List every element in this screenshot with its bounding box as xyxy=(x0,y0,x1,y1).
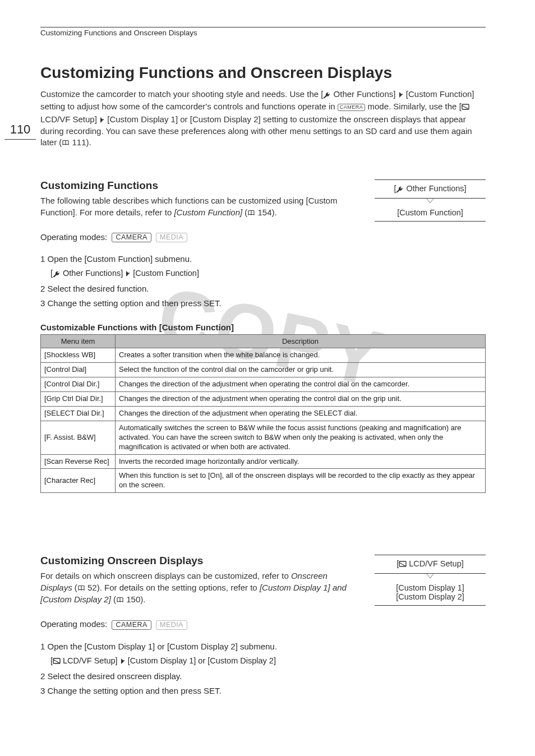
cell-desc: Creates a softer transition when the whi… xyxy=(116,348,486,363)
text: LCD/VF Setup] xyxy=(407,559,464,568)
text: 154). xyxy=(255,208,276,217)
table-row: [Character Rec]When this function is set… xyxy=(41,469,486,493)
intro-text: mode. Similarly, use the [ xyxy=(365,102,461,111)
arrow-right-icon xyxy=(120,655,126,668)
cell-item: [Scan Reverse Rec] xyxy=(41,454,116,469)
book-icon xyxy=(116,594,124,606)
steps-list: 1 Open the [Custom Function] submenu. [ … xyxy=(40,252,486,310)
menu-path-top: [ LCD/VF Setup] xyxy=(375,555,486,573)
ref-italic: [Custom Function] xyxy=(174,208,242,217)
cell-item: [SELECT Dial Dir.] xyxy=(41,407,116,421)
arrow-right-icon xyxy=(398,89,404,100)
cell-item: [Character Rec] xyxy=(41,469,116,493)
menu-path-box: [ LCD/VF Setup] [Custom Display 1] [Cust… xyxy=(375,555,486,606)
text: ( xyxy=(242,208,247,217)
operating-modes: Operating modes: CAMERA MEDIA xyxy=(40,232,486,243)
mode-media-chip: MEDIA xyxy=(156,233,187,242)
step-2: 2 Select the desired onscreen display. xyxy=(40,670,486,683)
book-icon xyxy=(77,583,85,594)
display-icon xyxy=(399,560,407,569)
display-icon xyxy=(462,102,469,113)
cell-desc: Automatically switches the screen to B&W… xyxy=(116,421,486,454)
wrench-icon xyxy=(53,268,61,281)
operating-modes: Operating modes: CAMERA MEDIA xyxy=(40,619,486,630)
mode-camera-chip: CAMERA xyxy=(112,620,151,630)
cell-item: [Control Dial Dir.] xyxy=(41,377,116,392)
text: [Custom Display 1] or [Custom Display 2] xyxy=(126,656,276,665)
text: [Custom Function] xyxy=(131,269,199,278)
step-1-sub: [ LCD/VF Setup] [Custom Display 1] or [C… xyxy=(50,654,486,669)
mode-camera-chip: CAMERA xyxy=(112,233,151,242)
step-1: 1 Open the [Custom Function] submenu. xyxy=(40,252,486,266)
cell-desc: When this function is set to [On], all o… xyxy=(116,469,486,493)
intro-text: 111). xyxy=(70,137,91,147)
intro-text: [Custom Display 1] or [Custom Display 2]… xyxy=(40,114,472,147)
section1-paragraph: The following table describes which func… xyxy=(40,195,360,219)
mode-media-chip: MEDIA xyxy=(156,620,187,630)
book-icon xyxy=(62,137,70,149)
table-row: [SELECT Dial Dir.]Changes the direction … xyxy=(41,407,486,421)
menu-path-bottom: [Custom Display 1] [Custom Display 2] xyxy=(375,579,486,605)
step-3: 3 Change the setting option and then pre… xyxy=(40,297,486,310)
cell-desc: Changes the direction of the adjustment … xyxy=(116,392,486,407)
cell-item: [Grip Ctrl Dial Dir.] xyxy=(41,392,116,407)
down-notch-icon xyxy=(375,199,486,204)
wrench-icon xyxy=(323,90,331,101)
text: [Custom Display 2] xyxy=(375,592,486,601)
cell-desc: Changes the direction of the adjustment … xyxy=(116,377,486,392)
section2-paragraph: For details on which onscreen displays c… xyxy=(40,570,360,606)
steps-list: 1 Open the [Custom Display 1] or [Custom… xyxy=(40,640,486,698)
table-header-description: Description xyxy=(116,335,486,348)
intro-paragraph: Customize the camcorder to match your sh… xyxy=(40,89,486,149)
step-1: 1 Open the [Custom Display 1] or [Custom… xyxy=(40,640,486,653)
menu-path-box: [ Other Functions] [Custom Function] xyxy=(375,179,486,222)
table-row: [F. Assist. B&W]Automatically switches t… xyxy=(41,421,486,454)
intro-text: LCD/VF Setup] xyxy=(40,114,99,124)
display-icon xyxy=(53,656,61,669)
custom-function-table: Menu item Description [Shockless WB]Crea… xyxy=(40,334,486,493)
text: For details on which onscreen displays c… xyxy=(40,571,291,580)
wrench-icon xyxy=(396,185,404,194)
arrow-right-icon xyxy=(125,268,131,280)
book-icon xyxy=(247,208,255,219)
text: Other Functions] xyxy=(61,269,125,278)
step-1-sub: [ Other Functions] [Custom Function] xyxy=(50,267,486,281)
table-caption: Customizable Functions with [Custom Func… xyxy=(40,322,486,332)
table-row: [Shockless WB]Creates a softer transitio… xyxy=(41,348,486,363)
operating-modes-label: Operating modes: xyxy=(40,232,107,242)
menu-path-bottom: [Custom Function] xyxy=(375,204,486,221)
text: 52). For details on the setting options,… xyxy=(85,583,260,592)
down-notch-icon xyxy=(375,574,486,579)
menu-path-top: [ Other Functions] xyxy=(375,180,486,198)
cell-item: [F. Assist. B&W] xyxy=(41,421,116,454)
page-title: Customizing Functions and Onscreen Displ… xyxy=(40,64,486,82)
text: 150). xyxy=(124,594,145,604)
table-header-menu-item: Menu item xyxy=(41,335,116,348)
step-3: 3 Change the setting option and then pre… xyxy=(40,684,486,698)
text: Other Functions] xyxy=(404,184,466,193)
cell-desc: Changes the direction of the adjustment … xyxy=(116,407,486,421)
intro-text: Customize the camcorder to match your sh… xyxy=(40,89,323,99)
text: LCD/VF Setup] xyxy=(61,656,120,665)
text: ( xyxy=(72,583,77,592)
text: [Custom Display 1] xyxy=(375,583,486,592)
step-2: 2 Select the desired function. xyxy=(40,282,486,296)
text: ( xyxy=(111,594,116,604)
cell-desc: Inverts the recorded image horizontally … xyxy=(116,454,486,469)
intro-text: Other Functions] xyxy=(331,89,398,99)
breadcrumb: Customizing Functions and Onscreen Displ… xyxy=(40,29,486,37)
table-row: [Grip Ctrl Dial Dir.]Changes the directi… xyxy=(41,392,486,407)
operating-modes-label: Operating modes: xyxy=(40,619,107,629)
cell-desc: Select the function of the control dial … xyxy=(116,363,486,377)
table-row: [Scan Reverse Rec]Inverts the recorded i… xyxy=(41,454,486,469)
cell-item: [Control Dial] xyxy=(41,363,116,377)
section-heading-customizing-onscreen-displays: Customizing Onscreen Displays xyxy=(40,555,360,567)
cell-item: [Shockless WB] xyxy=(41,348,116,363)
camera-mode-chip: CAMERA xyxy=(338,104,366,111)
table-row: [Control Dial]Select the function of the… xyxy=(41,363,486,377)
top-rule xyxy=(40,27,486,27)
arrow-right-icon xyxy=(99,114,105,126)
page-number: 110 xyxy=(4,122,36,140)
table-row: [Control Dial Dir.]Changes the direction… xyxy=(41,377,486,392)
section-heading-customizing-functions: Customizing Functions xyxy=(40,179,360,192)
